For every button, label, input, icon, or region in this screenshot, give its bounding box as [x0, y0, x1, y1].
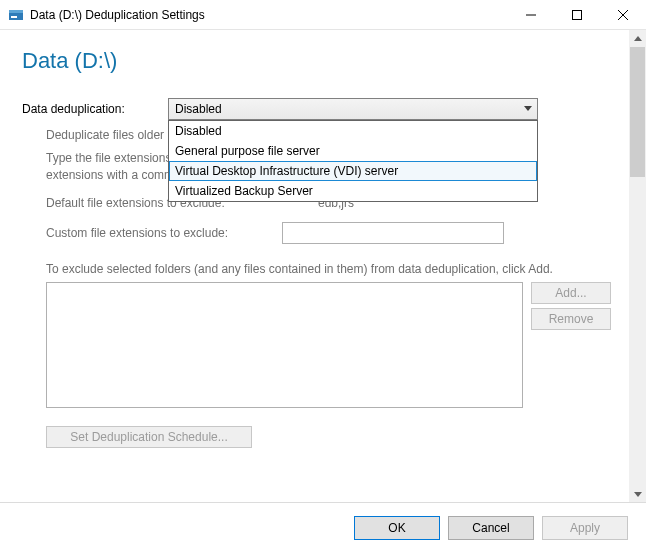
dedup-combobox[interactable]: Disabled Disabled General purpose file s…	[168, 98, 538, 120]
window-title: Data (D:\) Deduplication Settings	[30, 8, 508, 22]
maximize-button[interactable]	[554, 0, 600, 29]
folder-exclude-description: To exclude selected folders (and any fil…	[46, 262, 611, 276]
dedup-option-vdi[interactable]: Virtual Desktop Infrastructure (VDI) ser…	[169, 161, 537, 181]
dedup-older-label: Deduplicate files older	[46, 128, 164, 142]
scrollbar-down-icon[interactable]	[629, 485, 646, 502]
folder-exclude-area: Add... Remove	[46, 282, 611, 408]
folder-listbox[interactable]	[46, 282, 523, 408]
ext-desc-line2: extensions with a comma	[46, 168, 181, 182]
schedule-button[interactable]: Set Deduplication Schedule...	[46, 426, 252, 448]
custom-ext-input[interactable]	[282, 222, 504, 244]
custom-ext-label: Custom file extensions to exclude:	[46, 226, 272, 240]
svg-rect-2	[11, 16, 17, 18]
svg-rect-4	[573, 10, 582, 19]
dedup-dropdown-list: Disabled General purpose file server Vir…	[168, 120, 538, 202]
chevron-down-icon[interactable]	[520, 98, 536, 120]
add-button[interactable]: Add...	[531, 282, 611, 304]
close-button[interactable]	[600, 0, 646, 29]
server-manager-icon	[8, 7, 24, 23]
vertical-scrollbar[interactable]	[629, 30, 646, 502]
window-controls	[508, 0, 646, 29]
ext-desc-line1: Type the file extensions	[46, 151, 171, 165]
minimize-button[interactable]	[508, 0, 554, 29]
dialog-footer: OK Cancel Apply	[0, 502, 646, 552]
content-area: Data (D:\) Data deduplication: Disabled …	[0, 30, 646, 502]
dedup-option-disabled[interactable]: Disabled	[169, 121, 537, 141]
titlebar: Data (D:\) Deduplication Settings	[0, 0, 646, 30]
remove-button[interactable]: Remove	[531, 308, 611, 330]
ok-button[interactable]: OK	[354, 516, 440, 540]
dedup-selected-text: Disabled	[175, 102, 222, 116]
dedup-option-backup[interactable]: Virtualized Backup Server	[169, 181, 537, 201]
page-title: Data (D:\)	[22, 48, 611, 74]
dedup-option-file-server[interactable]: General purpose file server	[169, 141, 537, 161]
apply-button[interactable]: Apply	[542, 516, 628, 540]
dedup-label: Data deduplication:	[22, 102, 168, 116]
scrollbar-thumb[interactable]	[630, 47, 645, 177]
cancel-button[interactable]: Cancel	[448, 516, 534, 540]
scrollbar-up-icon[interactable]	[629, 30, 646, 47]
dedup-selected[interactable]: Disabled	[168, 98, 538, 120]
svg-rect-1	[9, 10, 23, 13]
